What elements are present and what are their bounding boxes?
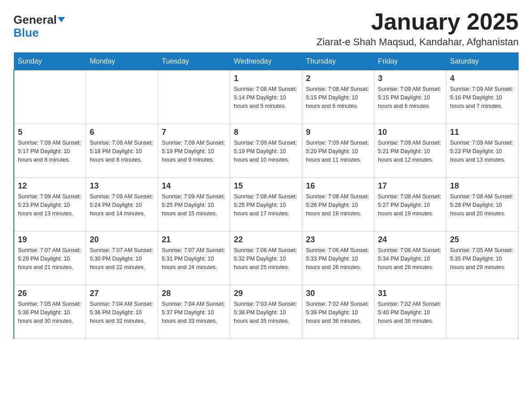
day-info: Sunrise: 7:04 AM Sunset: 5:37 PM Dayligh… (162, 300, 226, 325)
logo-general-text: General (13, 13, 57, 26)
day-number: 9 (306, 128, 370, 137)
calendar-cell: 25Sunrise: 7:05 AM Sunset: 5:35 PM Dayli… (446, 231, 519, 285)
calendar-cell (14, 70, 86, 124)
day-info: Sunrise: 7:09 AM Sunset: 5:18 PM Dayligh… (90, 139, 154, 164)
day-number: 5 (18, 128, 82, 137)
day-info: Sunrise: 7:08 AM Sunset: 5:28 PM Dayligh… (450, 193, 515, 218)
day-info: Sunrise: 7:07 AM Sunset: 5:29 PM Dayligh… (18, 246, 82, 271)
calendar-cell: 4Sunrise: 7:09 AM Sunset: 5:16 PM Daylig… (446, 70, 519, 124)
day-number: 13 (90, 181, 154, 191)
day-number: 17 (378, 181, 442, 191)
calendar-cell: 1Sunrise: 7:08 AM Sunset: 5:14 PM Daylig… (230, 70, 302, 124)
calendar-cell: 2Sunrise: 7:08 AM Sunset: 5:15 PM Daylig… (302, 70, 374, 124)
day-number: 2 (306, 74, 370, 83)
calendar-week-row: 19Sunrise: 7:07 AM Sunset: 5:29 PM Dayli… (14, 231, 519, 285)
day-info: Sunrise: 7:09 AM Sunset: 5:19 PM Dayligh… (234, 139, 298, 164)
calendar-week-row: 5Sunrise: 7:09 AM Sunset: 5:17 PM Daylig… (14, 124, 519, 178)
day-info: Sunrise: 7:09 AM Sunset: 5:17 PM Dayligh… (18, 139, 82, 164)
day-info: Sunrise: 7:09 AM Sunset: 5:16 PM Dayligh… (450, 85, 515, 110)
day-info: Sunrise: 7:09 AM Sunset: 5:20 PM Dayligh… (306, 139, 370, 164)
column-header-tuesday: Tuesday (158, 53, 230, 70)
calendar-cell: 26Sunrise: 7:05 AM Sunset: 5:36 PM Dayli… (14, 285, 86, 339)
calendar-cell: 20Sunrise: 7:07 AM Sunset: 5:30 PM Dayli… (86, 231, 158, 285)
calendar-cell: 14Sunrise: 7:09 AM Sunset: 5:25 PM Dayli… (158, 178, 230, 231)
day-number: 29 (234, 289, 298, 298)
calendar-cell: 29Sunrise: 7:03 AM Sunset: 5:38 PM Dayli… (230, 285, 302, 339)
day-info: Sunrise: 7:09 AM Sunset: 5:25 PM Dayligh… (162, 193, 226, 218)
column-header-thursday: Thursday (302, 53, 374, 70)
calendar-cell: 22Sunrise: 7:06 AM Sunset: 5:32 PM Dayli… (230, 231, 302, 285)
day-number: 11 (450, 128, 515, 137)
day-number: 6 (90, 128, 154, 137)
calendar-cell: 9Sunrise: 7:09 AM Sunset: 5:20 PM Daylig… (302, 124, 374, 178)
day-number: 19 (18, 235, 82, 244)
header: General Blue January 2025 Ziarat-e Shah … (13, 9, 519, 48)
calendar-cell: 13Sunrise: 7:09 AM Sunset: 5:24 PM Dayli… (86, 178, 158, 231)
day-info: Sunrise: 7:09 AM Sunset: 5:19 PM Dayligh… (162, 139, 226, 164)
calendar-cell: 11Sunrise: 7:09 AM Sunset: 5:22 PM Dayli… (446, 124, 519, 178)
calendar-title: January 2025 (317, 9, 519, 34)
calendar-cell: 17Sunrise: 7:08 AM Sunset: 5:27 PM Dayli… (374, 178, 446, 231)
column-header-sunday: Sunday (14, 53, 86, 70)
day-info: Sunrise: 7:09 AM Sunset: 5:23 PM Dayligh… (18, 193, 82, 218)
day-info: Sunrise: 7:09 AM Sunset: 5:21 PM Dayligh… (378, 139, 442, 164)
calendar-cell (86, 70, 158, 124)
day-info: Sunrise: 7:02 AM Sunset: 5:39 PM Dayligh… (306, 300, 370, 325)
calendar-week-row: 1Sunrise: 7:08 AM Sunset: 5:14 PM Daylig… (14, 70, 519, 124)
day-number: 24 (378, 235, 442, 244)
calendar-cell: 19Sunrise: 7:07 AM Sunset: 5:29 PM Dayli… (14, 231, 86, 285)
day-number: 15 (234, 181, 298, 191)
calendar-cell: 7Sunrise: 7:09 AM Sunset: 5:19 PM Daylig… (158, 124, 230, 178)
day-number: 25 (450, 235, 515, 244)
calendar-cell: 28Sunrise: 7:04 AM Sunset: 5:37 PM Dayli… (158, 285, 230, 339)
day-info: Sunrise: 7:04 AM Sunset: 5:36 PM Dayligh… (90, 300, 154, 325)
calendar-cell: 6Sunrise: 7:09 AM Sunset: 5:18 PM Daylig… (86, 124, 158, 178)
logo: General Blue (13, 13, 65, 39)
day-number: 26 (18, 289, 82, 298)
calendar-cell: 5Sunrise: 7:09 AM Sunset: 5:17 PM Daylig… (14, 124, 86, 178)
day-number: 30 (306, 289, 370, 298)
day-info: Sunrise: 7:09 AM Sunset: 5:15 PM Dayligh… (378, 85, 442, 110)
day-number: 16 (306, 181, 370, 191)
calendar-cell: 3Sunrise: 7:09 AM Sunset: 5:15 PM Daylig… (374, 70, 446, 124)
day-number: 31 (378, 289, 442, 298)
calendar-cell: 21Sunrise: 7:07 AM Sunset: 5:31 PM Dayli… (158, 231, 230, 285)
day-info: Sunrise: 7:08 AM Sunset: 5:27 PM Dayligh… (378, 193, 442, 218)
calendar-table: SundayMondayTuesdayWednesdayThursdayFrid… (13, 52, 519, 339)
calendar-cell: 15Sunrise: 7:08 AM Sunset: 5:25 PM Dayli… (230, 178, 302, 231)
day-number: 4 (450, 74, 515, 83)
day-number: 23 (306, 235, 370, 244)
day-number: 10 (378, 128, 442, 137)
column-header-friday: Friday (374, 53, 446, 70)
day-number: 22 (234, 235, 298, 244)
calendar-body: 1Sunrise: 7:08 AM Sunset: 5:14 PM Daylig… (14, 70, 519, 339)
calendar-cell: 31Sunrise: 7:02 AM Sunset: 5:40 PM Dayli… (374, 285, 446, 339)
day-info: Sunrise: 7:09 AM Sunset: 5:24 PM Dayligh… (90, 193, 154, 218)
day-info: Sunrise: 7:07 AM Sunset: 5:31 PM Dayligh… (162, 246, 226, 271)
day-info: Sunrise: 7:02 AM Sunset: 5:40 PM Dayligh… (378, 300, 442, 325)
day-info: Sunrise: 7:03 AM Sunset: 5:38 PM Dayligh… (234, 300, 298, 325)
calendar-cell: 27Sunrise: 7:04 AM Sunset: 5:36 PM Dayli… (86, 285, 158, 339)
calendar-cell: 16Sunrise: 7:08 AM Sunset: 5:26 PM Dayli… (302, 178, 374, 231)
day-info: Sunrise: 7:09 AM Sunset: 5:22 PM Dayligh… (450, 139, 515, 164)
calendar-header-row: SundayMondayTuesdayWednesdayThursdayFrid… (14, 53, 519, 70)
day-info: Sunrise: 7:08 AM Sunset: 5:25 PM Dayligh… (234, 193, 298, 218)
day-info: Sunrise: 7:06 AM Sunset: 5:33 PM Dayligh… (306, 246, 370, 271)
column-header-saturday: Saturday (446, 53, 519, 70)
day-number: 21 (162, 235, 226, 244)
day-number: 18 (450, 181, 515, 191)
calendar-cell: 23Sunrise: 7:06 AM Sunset: 5:33 PM Dayli… (302, 231, 374, 285)
column-header-wednesday: Wednesday (230, 53, 302, 70)
calendar-week-row: 12Sunrise: 7:09 AM Sunset: 5:23 PM Dayli… (14, 178, 519, 231)
day-info: Sunrise: 7:08 AM Sunset: 5:15 PM Dayligh… (306, 85, 370, 110)
day-number: 3 (378, 74, 442, 83)
day-number: 27 (90, 289, 154, 298)
day-number: 12 (18, 181, 82, 191)
day-info: Sunrise: 7:06 AM Sunset: 5:34 PM Dayligh… (378, 246, 442, 271)
calendar-cell: 24Sunrise: 7:06 AM Sunset: 5:34 PM Dayli… (374, 231, 446, 285)
day-info: Sunrise: 7:08 AM Sunset: 5:14 PM Dayligh… (234, 85, 298, 110)
day-number: 8 (234, 128, 298, 137)
calendar-cell: 12Sunrise: 7:09 AM Sunset: 5:23 PM Dayli… (14, 178, 86, 231)
calendar-cell: 30Sunrise: 7:02 AM Sunset: 5:39 PM Dayli… (302, 285, 374, 339)
day-info: Sunrise: 7:05 AM Sunset: 5:35 PM Dayligh… (450, 246, 515, 271)
